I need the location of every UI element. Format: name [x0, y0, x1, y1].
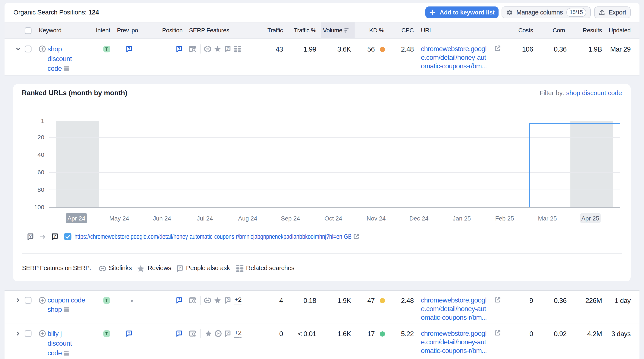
svg-text:60: 60: [38, 169, 44, 176]
svg-text:Apr 24: Apr 24: [68, 215, 86, 222]
svg-text:Apr 25: Apr 25: [582, 215, 599, 222]
svg-text:80: 80: [38, 186, 44, 193]
svg-text:100: 100: [34, 204, 44, 210]
svg-text:40: 40: [38, 152, 44, 158]
svg-text:Jan 25: Jan 25: [453, 215, 471, 222]
svg-text:Sep 24: Sep 24: [281, 215, 300, 222]
svg-text:Jul 24: Jul 24: [197, 215, 213, 222]
svg-text:Dec 24: Dec 24: [410, 215, 428, 222]
svg-text:Nov 24: Nov 24: [366, 215, 386, 222]
svg-text:Mar 25: Mar 25: [538, 215, 557, 222]
svg-text:1: 1: [41, 118, 44, 124]
svg-text:Aug 24: Aug 24: [238, 215, 257, 222]
svg-text:Oct 24: Oct 24: [324, 215, 342, 222]
svg-text:Feb 25: Feb 25: [495, 215, 514, 222]
svg-text:May 24: May 24: [109, 215, 129, 222]
svg-text:20: 20: [38, 134, 44, 141]
svg-text:Jun 24: Jun 24: [153, 215, 171, 222]
